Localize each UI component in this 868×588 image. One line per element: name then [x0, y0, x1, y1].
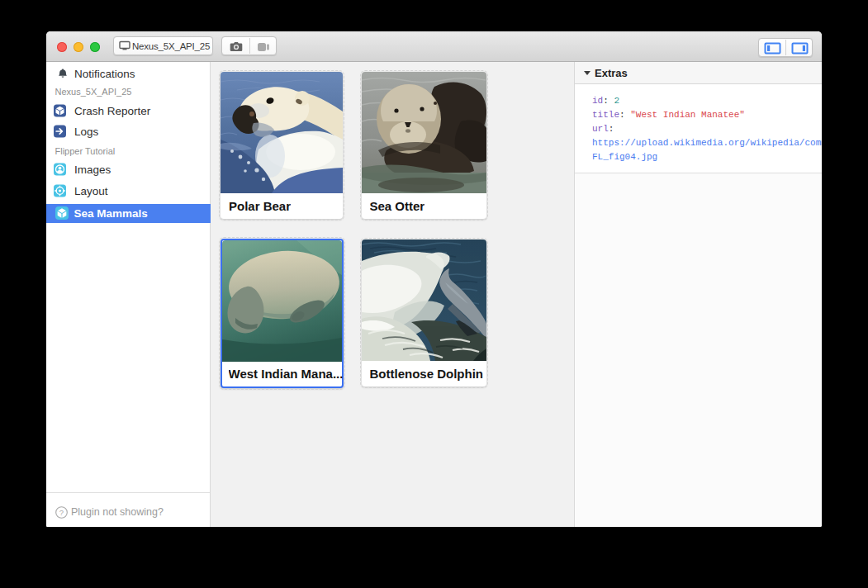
svg-text:?: ? — [59, 508, 64, 517]
